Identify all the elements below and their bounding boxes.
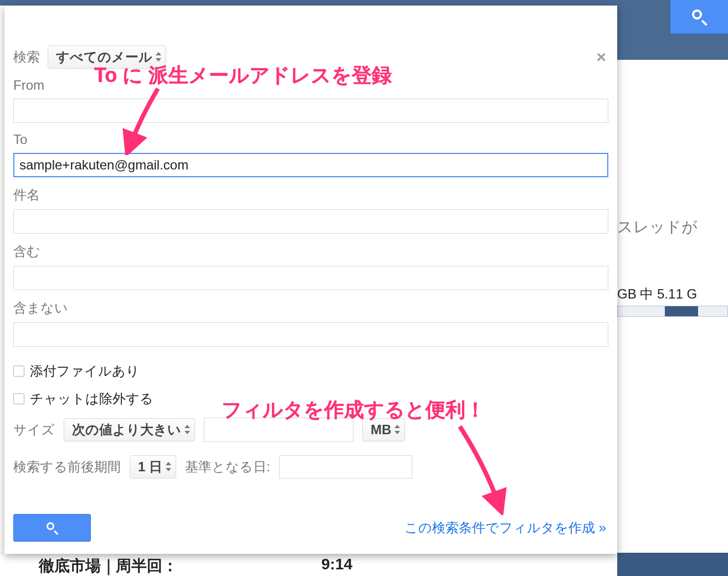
date-range-select[interactable]: 1 日: [130, 455, 176, 479]
subject-input[interactable]: [13, 209, 608, 234]
includes-input[interactable]: [13, 266, 608, 290]
bottom-actions: この検索条件でフィルタを作成 »: [13, 514, 608, 542]
date-range-value: 1 日: [138, 458, 162, 476]
exclude-chats-checkbox[interactable]: [13, 393, 24, 404]
search-icon: [45, 521, 59, 534]
subject-group: 件名: [13, 186, 608, 234]
excludes-label: 含まない: [13, 299, 608, 317]
exclude-chats-label: チャットは除外する: [30, 390, 153, 408]
bg-bottom-strip: 徹底市場｜周半回： 9:14: [0, 553, 617, 576]
size-compare-value: 次の値より大きい: [72, 421, 181, 439]
has-attachment-checkbox[interactable]: [13, 366, 24, 377]
annotation-1: To に 派生メールアドレスを登録: [94, 62, 392, 89]
date-base-label: 基準となる日:: [185, 458, 270, 476]
top-search-button[interactable]: [670, 0, 728, 34]
panel-body: 検索 すべてのメール From To 件名 含む: [13, 45, 608, 544]
search-icon: [690, 8, 708, 25]
has-attachment-row: 添付ファイルあり: [13, 362, 608, 380]
bg-bottom-text-2: 9:14: [321, 556, 352, 573]
excludes-input[interactable]: [13, 322, 608, 347]
page-root: スレッドが GB 中 5.11 G × 検索 すべてのメール From: [0, 0, 728, 576]
date-range-label: 検索する前後期間: [13, 458, 121, 476]
size-unit-value: MB: [371, 422, 391, 438]
bg-storage-bar-fill: [665, 306, 698, 316]
bg-thread-text: スレッドが: [617, 217, 728, 238]
excludes-group: 含まない: [13, 299, 608, 347]
bg-storage-bar: [617, 306, 728, 317]
date-row: 検索する前後期間 1 日 基準となる日:: [13, 455, 608, 479]
to-label: To: [13, 132, 608, 147]
bg-storage-text: GB 中 5.11 G: [617, 285, 728, 303]
search-submit-button[interactable]: [13, 514, 91, 542]
date-base-input[interactable]: [279, 455, 412, 479]
subject-label: 件名: [13, 186, 608, 204]
background-right-column: スレッドが GB 中 5.11 G: [617, 60, 728, 576]
from-input[interactable]: [13, 99, 608, 123]
to-input[interactable]: [13, 153, 608, 177]
has-attachment-label: 添付ファイルあり: [30, 362, 140, 380]
create-filter-link[interactable]: この検索条件でフィルタを作成 »: [404, 519, 606, 537]
scope-label: 検索: [13, 48, 40, 66]
includes-label: 含む: [13, 243, 608, 260]
to-group: To: [13, 132, 608, 177]
bg-bottom-text-1: 徹底市場｜周半回：: [39, 556, 178, 576]
size-label: サイズ: [13, 421, 55, 439]
bg-bottom-right-bar: [617, 553, 728, 576]
annotation-2: フィルタを作成すると便利！: [222, 397, 485, 424]
includes-group: 含む: [13, 243, 608, 290]
size-compare-select[interactable]: 次の値より大きい: [64, 418, 195, 441]
